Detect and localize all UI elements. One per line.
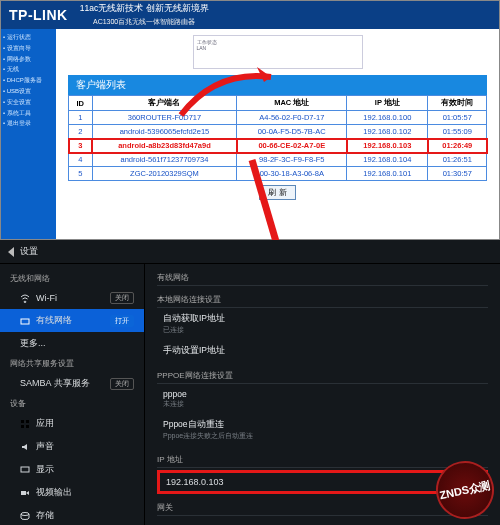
subhead-pppoe: PPPOE网络连接设置	[157, 368, 488, 384]
detail-title: 有线网络	[157, 270, 488, 286]
sidebar-item-声音[interactable]: 声音	[0, 435, 144, 458]
status-panel: 工作状态 LAN	[193, 35, 363, 69]
header-subtitle: AC1300百兆无线一体智能路由器	[80, 17, 209, 27]
ip-address-value: 192.168.0.103	[166, 477, 479, 487]
refresh-button[interactable]: 刷 新	[259, 185, 295, 200]
annotation-arrow-top	[176, 65, 286, 121]
header-tagline: 11ac无线新技术 创新无线新境界	[80, 3, 209, 15]
sidebar-item[interactable]: • 设置向导	[3, 43, 54, 54]
sidebar-item-显示[interactable]: 显示	[0, 458, 144, 481]
page-title: 设置	[20, 245, 38, 258]
display-icon	[20, 465, 30, 475]
row-auto-ip[interactable]: 自动获取IP地址 已连接	[157, 308, 488, 340]
sidebar-item-more[interactable]: 更多...	[0, 332, 144, 355]
router-sidebar[interactable]: • 运行状态• 设置向导• 网络参数• 无线• DHCP服务器• USB设置• …	[1, 29, 56, 239]
sidebar-item-存储[interactable]: 存储	[0, 504, 144, 525]
sidebar-item[interactable]: • 安全设置	[3, 97, 54, 108]
ethernet-icon	[20, 316, 30, 326]
table-row[interactable]: 3android-a8b23d83fd47a9d00-66-CE-02-A7-0…	[69, 139, 487, 153]
svg-rect-2	[26, 420, 29, 423]
sidebar-item[interactable]: • 退出登录	[3, 118, 54, 129]
table-row[interactable]: 2android-5396065efcfd2e1500-0A-F5-D5-7B-…	[69, 125, 487, 139]
svg-point-7	[21, 512, 29, 515]
svg-rect-0	[21, 319, 29, 324]
video-icon	[20, 488, 30, 498]
row-pppoe-redial[interactable]: Pppoe自动重连 Pppoe连接失败之后自动重连	[157, 414, 488, 446]
sidebar-item[interactable]: • 无线	[3, 64, 54, 75]
svg-rect-3	[21, 425, 24, 428]
apps-icon	[20, 419, 30, 429]
row-manual-ip[interactable]: 手动设置IP地址	[157, 340, 488, 362]
svg-rect-6	[21, 491, 26, 495]
group-share: 网络共享服务设置	[0, 355, 144, 372]
sidebar-item-samba[interactable]: SAMBA 共享服务 关闭	[0, 372, 144, 395]
subhead-ip: IP 地址	[157, 452, 488, 468]
sidebar-item-wifi[interactable]: Wi-Fi 关闭	[0, 287, 144, 309]
sidebar-item-视频输出[interactable]: 视频输出	[0, 481, 144, 504]
sound-icon	[20, 442, 30, 452]
brand-logo: TP-LINK	[9, 7, 68, 23]
row-pppoe[interactable]: pppoe 未连接	[157, 384, 488, 414]
sidebar-item-应用[interactable]: 应用	[0, 412, 144, 435]
sidebar-item[interactable]: • 网络参数	[3, 54, 54, 65]
group-wireless: 无线和网络	[0, 270, 144, 287]
group-device: 设备	[0, 395, 144, 412]
svg-rect-1	[21, 420, 24, 423]
sidebar-item[interactable]: • 运行状态	[3, 32, 54, 43]
settings-sidebar: 无线和网络 Wi-Fi 关闭 有线网络 打开 更多... 网络共享服务设置 SA…	[0, 264, 145, 525]
sidebar-item[interactable]: • DHCP服务器	[3, 75, 54, 86]
table-row[interactable]: 5ZGC-20120329SQM00-30-18-A3-06-8A192.168…	[69, 167, 487, 181]
ethernet-toggle-chip[interactable]: 打开	[110, 315, 134, 327]
table-col-header: IP 地址	[347, 96, 428, 111]
svg-rect-5	[21, 467, 29, 472]
wifi-toggle-chip[interactable]: 关闭	[110, 292, 134, 304]
subhead-local-conn: 本地网络连接设置	[157, 292, 488, 308]
samba-toggle-chip[interactable]: 关闭	[110, 378, 134, 390]
table-row[interactable]: 4android-561f7123770973498-2F-3C-F9-F8-F…	[69, 153, 487, 167]
storage-icon	[20, 511, 30, 521]
back-icon[interactable]	[8, 247, 14, 257]
svg-rect-4	[26, 425, 29, 428]
sidebar-item-ethernet[interactable]: 有线网络 打开	[0, 309, 144, 332]
sidebar-item[interactable]: • 系统工具	[3, 108, 54, 119]
table-col-header: ID	[69, 96, 93, 111]
sidebar-item[interactable]: • USB设置	[3, 86, 54, 97]
table-col-header: 有效时间	[428, 96, 487, 111]
wifi-icon	[20, 293, 30, 303]
